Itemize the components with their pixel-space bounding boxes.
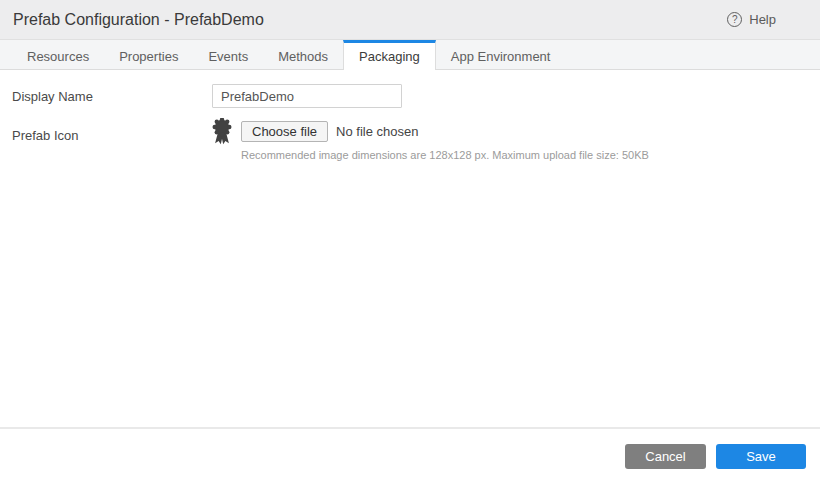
display-name-input[interactable] [212,84,402,108]
help-button[interactable]: ? Help [727,12,776,27]
help-label: Help [749,12,776,27]
tab-packaging[interactable]: Packaging [343,40,436,70]
prefab-icon-row: Prefab Icon [12,118,808,161]
file-upload-control: Choose file No file chosen [241,121,418,142]
tab-events[interactable]: Events [193,40,263,69]
medal-icon [212,118,232,145]
page-title: Prefab Configuration - PrefabDemo [13,11,264,29]
file-status-text: No file chosen [336,124,418,139]
help-icon: ? [727,12,742,27]
tab-app-environment[interactable]: App Environment [436,40,566,69]
tab-resources[interactable]: Resources [12,40,104,69]
tab-properties[interactable]: Properties [104,40,193,69]
packaging-panel: Display Name Prefab Icon [0,70,820,161]
tab-bar: Resources Properties Events Methods Pack… [0,40,820,70]
display-name-label: Display Name [12,89,212,104]
dialog-header: Prefab Configuration - PrefabDemo ? Help [0,0,820,40]
prefab-icon-field: Choose file No file chosen Recommended i… [212,118,649,161]
upload-hint-text: Recommended image dimensions are 128x128… [241,149,649,161]
dialog-footer: Cancel Save [0,427,820,485]
choose-file-button[interactable]: Choose file [241,121,328,142]
tab-methods[interactable]: Methods [263,40,343,69]
cancel-button[interactable]: Cancel [625,444,706,469]
save-button[interactable]: Save [716,444,806,469]
prefab-icon-label: Prefab Icon [12,118,212,161]
display-name-row: Display Name [12,84,808,108]
file-line: Choose file No file chosen [212,118,649,145]
